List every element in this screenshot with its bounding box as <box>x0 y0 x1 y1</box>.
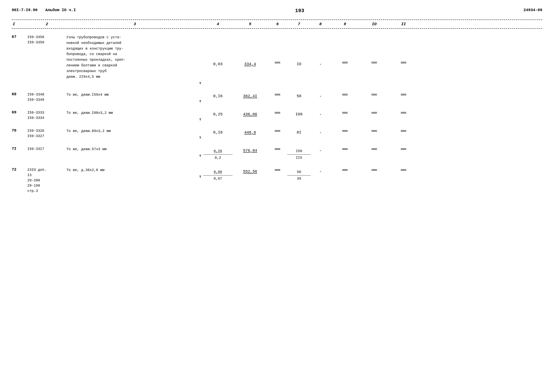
row-col10 <box>360 167 389 171</box>
row-number: 67 <box>12 35 27 39</box>
col-header-5: 5 <box>232 22 268 26</box>
row-codes: I59-3333 I59-3334 <box>27 110 66 121</box>
row-col9 <box>330 128 360 132</box>
row-col6 <box>268 92 287 95</box>
page-number: 193 <box>295 8 304 14</box>
row-col9 <box>330 35 360 63</box>
row-col10 <box>360 147 389 150</box>
row-col11 <box>389 147 418 150</box>
row-col7: 8I <box>287 128 311 135</box>
row-col11 <box>389 128 418 132</box>
table-row: 70 I59-3326 I59-3327 То же, диам.89х3,2 … <box>12 124 542 142</box>
row-col5: 334,4 <box>232 35 268 66</box>
doc-id: 90I-7-I9.90 <box>12 8 37 12</box>
table-row: 7I I59-33I7 То же, диам.57х3 мм т 0,26 0… <box>12 142 542 164</box>
row-col7: I09 <box>287 110 311 117</box>
row-col5: 552,56 <box>232 167 268 174</box>
row-col6 <box>268 167 287 171</box>
row-col6 <box>268 147 287 150</box>
row-number: 69 <box>12 110 27 115</box>
row-col10 <box>360 35 389 63</box>
row-description: То же, диам.89х3,2 мм т <box>66 128 203 140</box>
row-col7: IO <box>287 35 311 66</box>
row-col10 <box>360 92 389 95</box>
col-header-9: 9 <box>330 22 360 26</box>
table-header-row: I 2 3 4 5 6 7 8 9 IO II <box>12 20 542 29</box>
col-header-11: II <box>389 22 418 26</box>
table-row: 69 I59-3333 I59-3334 То же, диам.I08х3,2… <box>12 106 542 124</box>
row-col6 <box>268 110 287 113</box>
row-col5: 436,06 <box>232 110 268 117</box>
col-header-6: 6 <box>268 22 287 26</box>
row-col9 <box>330 147 360 150</box>
row-codes: I59-3326 I59-3327 <box>27 128 66 139</box>
row-col7: I50 II5 <box>287 147 311 161</box>
row-codes: I59-33I7 <box>27 147 66 152</box>
row-col4: 0,I8 <box>203 128 232 135</box>
row-description: То же, диам.I08х3,2 мм т <box>66 110 203 121</box>
row-col8: - <box>311 128 330 135</box>
table-row: 67 I59-3358 I59-3359 Узлы трубопроводов … <box>12 31 542 88</box>
row-number: 70 <box>12 128 27 133</box>
row-col5: 576,84 <box>232 147 268 153</box>
row-col11 <box>389 35 418 63</box>
row-col6 <box>268 35 287 63</box>
row-col4: 0,25 <box>203 110 232 117</box>
row-number: 7I <box>12 147 27 151</box>
col-header-1: I <box>12 22 27 26</box>
doc-code: 24934-09 <box>524 8 542 12</box>
row-description: То же, д.38х2,8 мм т <box>66 167 203 179</box>
row-col11 <box>389 167 418 171</box>
row-col8: - <box>311 147 330 153</box>
row-col9 <box>330 110 360 113</box>
col-header-7: 7 <box>287 22 311 26</box>
row-col7: 58 <box>287 92 311 98</box>
row-col4: 0,26 0,2 <box>203 147 232 161</box>
row-col4: 0,I6 <box>203 92 232 98</box>
row-col8: - <box>311 92 330 99</box>
row-col11 <box>389 110 418 113</box>
row-description: Узлы трубопроводов с уста- новкой необхо… <box>66 35 203 85</box>
col-header-2: 2 <box>27 22 66 26</box>
row-col4: 0,09 0,07 <box>203 167 232 182</box>
col-header-10: IO <box>360 22 389 26</box>
row-col8: - <box>311 35 330 67</box>
row-col10 <box>360 110 389 113</box>
row-col9 <box>330 167 360 171</box>
row-col4: 0,03 <box>203 35 232 66</box>
row-description: То же, диам.I59х4 мм т <box>66 92 203 103</box>
row-col6 <box>268 128 287 132</box>
album-label: Альбом IO ч.I <box>45 8 76 12</box>
col-header-4: 4 <box>203 22 232 26</box>
row-col8: - <box>311 110 330 117</box>
row-description: То же, диам.57х3 мм т <box>66 147 203 158</box>
table-row: 72 23IO доп. I3 29-200 29-199 стр.3 То ж… <box>12 163 542 196</box>
row-codes: I59-3358 I59-3359 <box>27 35 66 45</box>
row-col9 <box>330 92 360 95</box>
col-header-8: 8 <box>311 22 330 26</box>
row-col7: 50 39 <box>287 167 311 182</box>
table-row: 68 I59-3348 I59-3349 То же, диам.I59х4 м… <box>12 88 542 106</box>
row-col10 <box>360 128 389 132</box>
main-table: I 2 3 4 5 6 7 8 9 IO II 67 I59-3358 I59-… <box>12 20 542 196</box>
row-col8: - <box>311 167 330 174</box>
row-col11 <box>389 92 418 95</box>
row-col5: 362,4I <box>232 92 268 98</box>
col-header-3: 3 <box>66 22 203 26</box>
row-codes: 23IO доп. I3 29-200 29-199 стр.3 <box>27 167 66 194</box>
row-col5: 448,6 <box>232 128 268 135</box>
row-number: 72 <box>12 167 27 172</box>
row-number: 68 <box>12 92 27 97</box>
row-codes: I59-3348 I59-3349 <box>27 92 66 103</box>
